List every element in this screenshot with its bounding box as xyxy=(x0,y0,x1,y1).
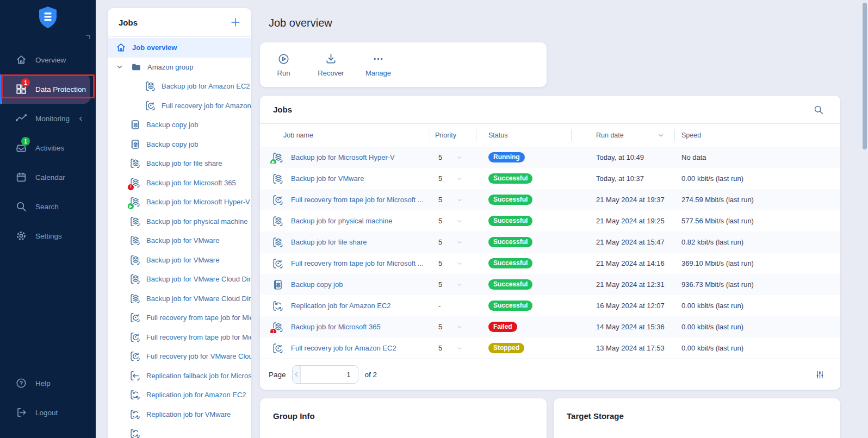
tree-item-replication-job-for-vmware[interactable]: Replication job for VMware xyxy=(108,405,251,424)
job-name-link[interactable]: Backup job for VMware xyxy=(291,174,364,183)
priority-dropdown-chevron-icon[interactable] xyxy=(456,239,463,246)
chevron-down-icon[interactable] xyxy=(115,62,124,71)
manage-button[interactable]: Manage xyxy=(355,53,402,77)
priority-value: 5 xyxy=(438,344,442,352)
cell-speed: 274.59 Mbit/s (last run) xyxy=(674,196,840,204)
cell-priority: 5 xyxy=(430,238,476,246)
backup-job-icon: ! xyxy=(272,321,284,333)
backup-job-icon xyxy=(129,293,141,304)
priority-dropdown-chevron-icon[interactable] xyxy=(456,176,463,182)
cell-run-date: 21 May 2024 at 12:31 xyxy=(571,280,674,289)
job-name-link[interactable]: Backup job for file share xyxy=(291,238,367,246)
status-badge: Successful xyxy=(488,173,532,184)
sidebar-item-data-protection[interactable]: Data Protection1 xyxy=(0,74,90,104)
job-name-link[interactable]: Full recovery from tape job for Microsof… xyxy=(291,259,423,267)
cell-priority: 5 xyxy=(430,196,476,204)
priority-dropdown-chevron-icon[interactable] xyxy=(456,324,463,330)
cell-status: Successful xyxy=(476,216,571,226)
tree-item-backup-job-for-vmware-cloud-director[interactable]: Backup job for VMware Cloud Director xyxy=(108,270,251,289)
target-storage-panel: Target Storage xyxy=(554,398,840,438)
tree-item-replication-failback-job-for-microsoft[interactable]: Replication failback job for Microsoft xyxy=(108,366,251,386)
sidebar-item-label: Calendar xyxy=(35,173,65,182)
tree-item-backup-job-for-physical-machine[interactable]: Backup job for physical machine xyxy=(108,212,251,231)
job-name-link[interactable]: Backup job for Microsoft 365 xyxy=(291,323,381,331)
tree-item-full-recovery-from-tape-job-for-microsoft[interactable]: Full recovery from tape job for Microsof… xyxy=(108,328,251,347)
priority-dropdown-chevron-icon[interactable] xyxy=(456,345,463,352)
column-header-status[interactable]: Status xyxy=(476,124,571,147)
tree-item-backup-job-for-amazon-ec2[interactable]: Backup job for Amazon EC2 xyxy=(108,77,251,96)
tree-item-backup-job-for-vmware-cloud-director[interactable]: Backup job for VMware Cloud Director xyxy=(108,289,251,309)
tree-item-label: Full recovery job for VMware Cloud xyxy=(146,352,251,360)
sidebar-item-help[interactable]: Help xyxy=(0,368,96,398)
status-badge: Running xyxy=(488,152,525,162)
recovery-job-icon xyxy=(272,342,284,354)
tree-item-full-recovery-job-for-amazon-ec2[interactable]: Full recovery job for Amazon EC2 xyxy=(108,96,251,116)
job-name-link[interactable]: Backup job for Microsoft Hyper-V xyxy=(291,153,395,161)
status-badge: Successful xyxy=(488,279,532,290)
logout-icon xyxy=(15,406,27,418)
priority-dropdown-chevron-icon[interactable] xyxy=(456,218,463,224)
tree-item-replication-job-for-amazon-ec2[interactable]: Replication job for Amazon EC2 xyxy=(108,385,251,405)
tree-item-backup-copy-job[interactable]: Backup copy job xyxy=(108,135,251,154)
error-badge-icon: ! xyxy=(127,184,134,191)
job-name-link[interactable]: Backup job for physical machine xyxy=(291,217,392,225)
sidebar-item-search[interactable]: Search xyxy=(0,192,96,221)
priority-dropdown-chevron-icon[interactable] xyxy=(456,154,463,161)
table-settings-icon[interactable] xyxy=(815,370,825,380)
actions-toolbar: RunRecoverManage xyxy=(260,42,547,87)
search-icon[interactable] xyxy=(813,104,824,115)
previous-page-button[interactable] xyxy=(293,366,301,383)
cell-run-date: 21 May 2024 at 19:25 xyxy=(571,217,674,225)
job-name-link[interactable]: Full recovery job for Amazon EC2 xyxy=(291,344,396,352)
priority-value: 5 xyxy=(438,174,442,183)
cell-speed: 577.56 Mbit/s (last run) xyxy=(674,217,840,225)
tree-item-backup-copy-job[interactable]: Backup copy job xyxy=(108,115,251,135)
sidebar-collapse-icon[interactable] xyxy=(86,35,90,39)
table-row: Backup job for file share5Successful21 M… xyxy=(260,231,840,253)
priority-dropdown-chevron-icon[interactable] xyxy=(456,281,463,288)
tree-item-amazon-group[interactable]: Amazon group xyxy=(108,58,251,77)
tree-item-backup-job-for-microsoft-365[interactable]: !Backup job for Microsoft 365 xyxy=(108,173,251,193)
job-name-link[interactable]: Replication job for Amazon EC2 xyxy=(291,302,391,310)
cell-speed: 369.10 Mbit/s (last run) xyxy=(674,259,840,267)
tree-item-backup-job-for-microsoft-hyper-v[interactable]: ▶Backup job for Microsoft Hyper-V xyxy=(108,192,251,212)
add-job-button[interactable] xyxy=(230,16,241,28)
status-badge: Stopped xyxy=(488,343,524,353)
sidebar-item-monitoring[interactable]: Monitoring xyxy=(0,104,96,133)
sidebar-item-overview[interactable]: Overview xyxy=(0,45,96,74)
cell-job-name: ▶Backup job for Microsoft Hyper-V xyxy=(260,152,430,164)
sidebar-item-logout[interactable]: Logout xyxy=(0,398,96,427)
cell-status: Successful xyxy=(476,237,571,247)
run-button[interactable]: Run xyxy=(260,53,307,77)
column-header-speed[interactable]: Speed xyxy=(674,124,840,147)
column-header-run-date[interactable]: Run date xyxy=(571,124,674,147)
vertical-scrollbar[interactable] xyxy=(863,3,867,149)
job-name-link[interactable]: Full recovery from tape job for Microsof… xyxy=(291,196,423,204)
cell-status: Successful xyxy=(476,173,571,184)
sort-chevron-down-icon[interactable] xyxy=(657,132,665,139)
tree-item-full-recovery-job-for-vmware-cloud[interactable]: Full recovery job for VMware Cloud xyxy=(108,347,251,366)
column-header-label: Run date xyxy=(596,132,624,139)
job-name-link[interactable]: Backup copy job xyxy=(291,280,343,289)
priority-dropdown-chevron-icon[interactable] xyxy=(456,260,463,267)
tree-item-replication[interactable] xyxy=(108,424,251,438)
sidebar-item-calendar[interactable]: Calendar xyxy=(0,162,96,192)
priority-value: 5 xyxy=(438,196,442,204)
jobs-table-header: Jobs xyxy=(260,96,840,124)
priority-dropdown-chevron-icon[interactable] xyxy=(456,197,463,203)
tree-item-full-recovery-from-tape-job-for-microsoft[interactable]: Full recovery from tape job for Microsof… xyxy=(108,308,251,328)
recover-button[interactable]: Recover xyxy=(307,53,355,77)
cell-run-date: 14 May 2024 at 15:36 xyxy=(571,323,674,331)
column-header-job-name[interactable]: Job name xyxy=(260,124,430,147)
sidebar-item-activities[interactable]: Activities1 xyxy=(0,133,96,162)
app-logo-shield-icon xyxy=(38,6,58,29)
sidebar-item-settings[interactable]: Settings xyxy=(0,221,96,251)
page-number-input[interactable] xyxy=(301,366,358,383)
tree-item-backup-job-for-vmware[interactable]: Backup job for VMware xyxy=(108,251,251,270)
tree-item-job-overview[interactable]: Job overview xyxy=(108,38,251,58)
priority-value: 5 xyxy=(438,280,442,289)
replication-job-icon xyxy=(272,300,284,312)
column-header-priority[interactable]: Priority xyxy=(430,124,476,147)
tree-item-backup-job-for-file-share[interactable]: Backup job for file share xyxy=(108,154,251,173)
tree-item-backup-job-for-vmware[interactable]: Backup job for VMware xyxy=(108,231,251,251)
